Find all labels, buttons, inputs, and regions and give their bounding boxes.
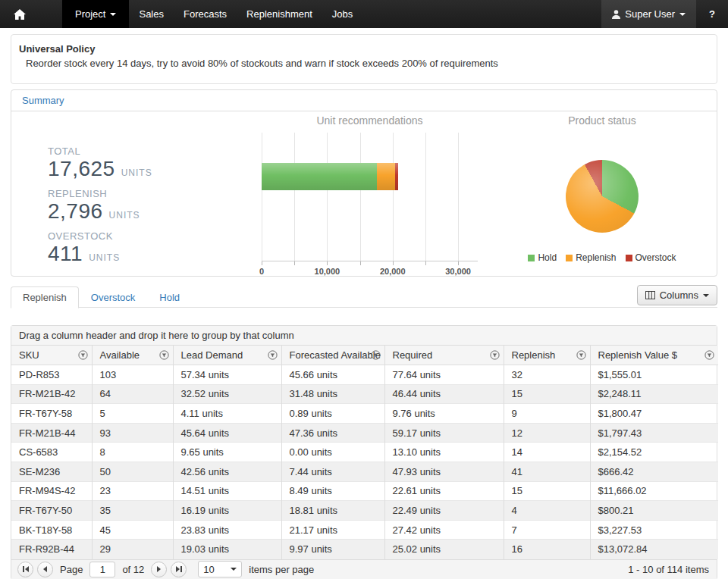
legend-label: Replenish [576,252,616,263]
column-header-lead-demand[interactable]: Lead Demand [173,346,281,365]
table-cell: 9.97 units [281,540,384,559]
product-status-chart: Product status HoldReplenishOverstock [500,111,704,277]
user-menu[interactable]: Super User [601,0,696,28]
unit-recommendations-chart: Unit recommendations 010,00020,00030,000 [239,111,500,277]
axis-tick [458,261,459,265]
gridline [393,133,394,261]
table-row: FR-T67Y-5854.11 units0.89 units9.76 unit… [11,404,718,424]
chevron-down-icon [679,13,686,16]
column-header-available[interactable]: Available [92,346,173,365]
gridline [294,133,295,261]
table-cell: 45.64 units [173,423,281,443]
pager-last-button[interactable] [171,562,187,577]
arrow-right-icon [157,566,161,572]
stat-total: TOTAL 17,625 UNITS [48,146,239,181]
filter-icon[interactable] [78,350,88,360]
gridline [360,133,361,261]
filter-icon[interactable] [159,350,169,360]
table-cell: 22.49 units [384,501,504,521]
table-cell: 23.83 units [173,520,281,540]
table-row: FR-R92B-442919.03 units9.97 units25.02 u… [11,540,718,559]
tab-hold[interactable]: Hold [147,286,192,308]
column-header-forecasted-available[interactable]: Forecasted Available [281,346,384,365]
stat-value: 17,625 [48,157,115,181]
table-cell: SE-M236 [11,462,92,482]
page-size-dropdown[interactable]: 10 [198,561,242,577]
group-drop-area[interactable]: Drag a column header and drop it here to… [11,326,717,346]
table-row: BK-T18Y-584523.83 units21.17 units27.42 … [11,520,718,540]
table-cell: 16.19 units [173,501,281,521]
summary-panel-header: Summary [11,90,717,111]
gridline [262,133,262,261]
nav-item-label: Jobs [332,8,353,20]
nav-item-jobs[interactable]: Jobs [322,0,362,28]
columns-button[interactable]: Columns [637,285,717,305]
legend-swatch [528,255,535,261]
column-header-required[interactable]: Required [384,346,504,365]
axis-tick [294,261,295,265]
chevron-down-icon [231,568,237,571]
home-button[interactable] [0,0,39,28]
column-header-sku[interactable]: SKU [11,346,92,365]
nav-item-replenishment[interactable]: Replenishment [237,0,322,28]
legend-item-replenish[interactable]: Replenish [566,252,616,263]
items-per-page-label: items per page [249,564,314,575]
policy-title: Universal Policy [19,43,709,55]
grid-tabs-row: Replenish Overstock Hold Columns [11,286,717,308]
table-cell: $3,227.53 [590,520,718,540]
table-cell: 15 [504,481,590,501]
legend-item-hold[interactable]: Hold [528,252,557,263]
filter-icon[interactable] [576,350,586,360]
table-row: FR-T67Y-503516.19 units18.81 units22.49 … [11,501,718,521]
table-cell: $800.21 [590,501,718,521]
gridline [425,133,426,261]
user-icon [612,10,620,19]
column-header-replenish-value[interactable]: Replenish Value $ [590,346,718,365]
table-cell: 15 [504,384,590,404]
nav-item-forecasts[interactable]: Forecasts [174,0,237,28]
table-row: FR-M21B-449345.64 units47.36 units59.17 … [11,423,718,443]
column-title: Replenish Value $ [598,349,678,361]
pager-next-button[interactable] [151,562,167,577]
bar-segment-hold [262,163,377,190]
filter-icon[interactable] [704,350,714,360]
column-title: Available [100,349,140,361]
pager-prev-button[interactable] [37,562,53,577]
axis-tick-label: 30,000 [445,267,471,276]
tab-overstock[interactable]: Overstock [79,286,148,308]
table-cell: FR-M94S-42 [11,481,92,501]
arrow-left-icon [43,566,47,572]
nav-item-label: Sales [139,8,164,20]
stat-label: OVERSTOCK [48,230,239,242]
axis-tick-label: 10,000 [315,267,340,276]
nav-item-project[interactable]: Project [62,0,129,28]
policy-description: Reorder stock every 14 days, try to avoi… [19,58,709,69]
table-cell: 14 [504,443,590,462]
filter-icon[interactable] [268,350,278,360]
stat-replenish: REPLENISH 2,796 UNITS [48,188,239,224]
table-cell: 45 [92,520,173,540]
table-cell: 18.81 units [281,501,384,521]
pager-first-button[interactable] [17,562,33,577]
axis-tick [393,261,394,265]
page-number-input[interactable] [89,562,115,577]
table-cell: 9 [504,404,590,424]
help-button[interactable]: ? [696,0,728,28]
gridline [327,133,328,261]
pie [566,160,639,233]
tab-replenish[interactable]: Replenish [11,286,79,308]
summary-toggle-link[interactable]: Summary [22,95,64,106]
filter-icon[interactable] [371,350,381,360]
summary-stats: TOTAL 17,625 UNITS REPLENISH 2,796 UNITS… [11,111,239,277]
bar-chart-x-axis: 010,00020,00030,000 [262,261,478,280]
table-cell: 27.42 units [384,520,504,540]
table-cell: 4 [504,501,590,521]
table-cell: 7 [504,520,590,540]
column-header-replenish[interactable]: Replenish [504,346,590,365]
gridline [458,133,459,261]
nav-item-sales[interactable]: Sales [129,0,174,28]
legend-item-overstock[interactable]: Overstock [626,252,676,263]
filter-icon[interactable] [490,350,500,360]
stat-unit: UNITS [109,210,140,221]
nav-item-label: Forecasts [184,8,227,20]
